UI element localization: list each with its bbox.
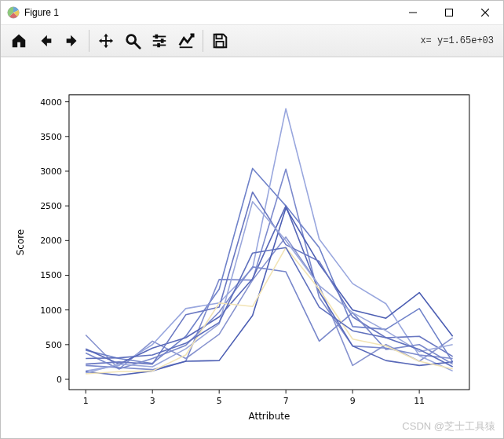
pan-button[interactable] bbox=[93, 27, 119, 54]
window-title: Figure 1 bbox=[24, 7, 59, 18]
maximize-button[interactable] bbox=[431, 1, 467, 24]
svg-text:7: 7 bbox=[283, 396, 289, 406]
title-bar: Figure 1 bbox=[1, 1, 503, 25]
matplotlib-logo-icon bbox=[7, 6, 20, 19]
svg-text:4000: 4000 bbox=[40, 97, 62, 108]
close-icon bbox=[481, 9, 489, 16]
svg-text:500: 500 bbox=[46, 340, 62, 350]
svg-text:9: 9 bbox=[350, 396, 356, 406]
chart-line-icon bbox=[177, 32, 195, 49]
svg-text:0: 0 bbox=[57, 375, 62, 385]
forward-button[interactable] bbox=[59, 27, 86, 54]
save-button[interactable] bbox=[206, 27, 233, 54]
arrow-left-icon bbox=[37, 32, 54, 49]
svg-text:Score: Score bbox=[15, 229, 26, 255]
svg-text:1000: 1000 bbox=[40, 305, 62, 316]
svg-text:11: 11 bbox=[414, 396, 425, 406]
svg-rect-10 bbox=[161, 38, 164, 43]
svg-text:Attribute: Attribute bbox=[249, 411, 290, 422]
back-button[interactable] bbox=[32, 27, 59, 54]
svg-text:2000: 2000 bbox=[40, 236, 62, 246]
svg-rect-12 bbox=[157, 43, 160, 48]
svg-text:1500: 1500 bbox=[40, 270, 62, 280]
coord-status: x= y=1.65e+03 bbox=[420, 35, 499, 46]
toolbar-separator bbox=[89, 30, 89, 52]
minimize-button[interactable] bbox=[395, 1, 431, 24]
toolbar-separator bbox=[203, 30, 203, 52]
arrow-right-icon bbox=[64, 32, 81, 49]
svg-rect-8 bbox=[155, 35, 159, 39]
minimize-icon bbox=[409, 9, 417, 16]
svg-rect-14 bbox=[216, 35, 221, 39]
toolbar: x= y=1.65e+03 bbox=[1, 25, 503, 57]
svg-text:5: 5 bbox=[217, 396, 222, 406]
sliders-icon bbox=[151, 32, 168, 49]
close-button[interactable] bbox=[467, 1, 503, 24]
home-button[interactable] bbox=[5, 27, 32, 54]
plot-svg: 050010001500200025003000350040001357911A… bbox=[1, 57, 503, 438]
svg-text:1: 1 bbox=[83, 396, 89, 406]
svg-text:3500: 3500 bbox=[40, 132, 62, 142]
svg-text:3000: 3000 bbox=[40, 166, 62, 177]
maximize-icon bbox=[445, 9, 453, 16]
home-icon bbox=[10, 32, 27, 49]
app-window: Figure 1 bbox=[0, 0, 504, 439]
zoom-button[interactable] bbox=[119, 27, 146, 54]
svg-line-6 bbox=[135, 43, 140, 48]
svg-rect-15 bbox=[216, 42, 223, 47]
save-icon bbox=[211, 32, 228, 49]
plot-canvas[interactable]: 050010001500200025003000350040001357911A… bbox=[1, 57, 503, 438]
edit-axis-button[interactable] bbox=[173, 27, 199, 54]
svg-text:3: 3 bbox=[150, 396, 155, 406]
zoom-icon bbox=[124, 32, 141, 49]
move-icon bbox=[97, 32, 115, 49]
svg-text:2500: 2500 bbox=[40, 201, 62, 211]
svg-rect-2 bbox=[446, 9, 453, 16]
configure-button[interactable] bbox=[146, 27, 173, 54]
